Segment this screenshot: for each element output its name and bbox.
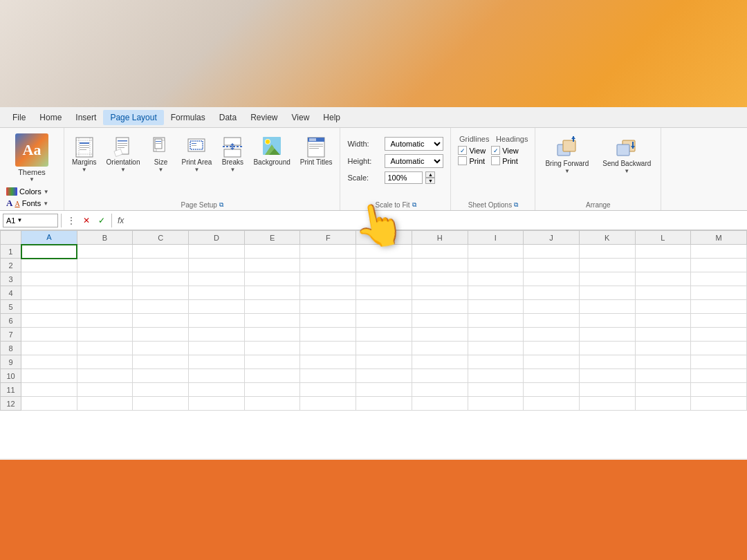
- cell-G7[interactable]: [356, 328, 412, 342]
- menu-formulas[interactable]: Formulas: [164, 110, 212, 125]
- cell-A7[interactable]: [21, 328, 77, 342]
- cell-H5[interactable]: [412, 300, 468, 314]
- row-header-4[interactable]: 4: [1, 286, 21, 300]
- cell-M6[interactable]: [691, 314, 747, 328]
- gridlines-print-checkbox[interactable]: Print: [458, 156, 486, 165]
- colors-button[interactable]: Colors ▼: [4, 187, 59, 196]
- row-header-11[interactable]: 11: [1, 383, 21, 397]
- cell-L7[interactable]: [635, 328, 691, 342]
- cell-C6[interactable]: [133, 314, 189, 328]
- cell-L6[interactable]: [635, 314, 691, 328]
- cell-A12[interactable]: [21, 397, 77, 411]
- cell-I6[interactable]: [468, 314, 524, 328]
- cell-H8[interactable]: [412, 342, 468, 355]
- scale-spinner-up[interactable]: ▲: [425, 171, 435, 178]
- cell-M4[interactable]: [691, 286, 747, 300]
- cell-M2[interactable]: [691, 259, 747, 272]
- name-box-dropdown[interactable]: ▼: [17, 217, 22, 223]
- cell-L8[interactable]: [635, 342, 691, 355]
- cell-K1[interactable]: [579, 245, 635, 259]
- cell-J8[interactable]: [524, 342, 580, 355]
- cell-J6[interactable]: [524, 314, 580, 328]
- cell-F3[interactable]: [300, 272, 356, 286]
- col-header-J[interactable]: J: [524, 231, 580, 245]
- col-header-F[interactable]: F: [300, 231, 356, 245]
- margins-button[interactable]: Margins ▼: [68, 133, 100, 176]
- cell-H3[interactable]: [412, 272, 468, 286]
- send-backward-button[interactable]: Send Backward ▼: [597, 133, 656, 177]
- print-titles-button[interactable]: Print Titles: [297, 133, 336, 169]
- cell-F10[interactable]: [300, 369, 356, 383]
- cell-F11[interactable]: [300, 383, 356, 397]
- cell-J11[interactable]: [524, 383, 580, 397]
- cell-E6[interactable]: [244, 314, 300, 328]
- cell-H1[interactable]: [412, 245, 468, 259]
- cell-I1[interactable]: [468, 245, 524, 259]
- cell-E8[interactable]: [244, 342, 300, 355]
- col-header-D[interactable]: D: [189, 231, 245, 245]
- cell-L9[interactable]: [635, 355, 691, 369]
- cell-A2[interactable]: [21, 259, 77, 272]
- cell-L3[interactable]: [635, 272, 691, 286]
- cell-A5[interactable]: [21, 300, 77, 314]
- cell-C1[interactable]: [133, 245, 189, 259]
- cell-E3[interactable]: [244, 272, 300, 286]
- cell-H7[interactable]: [412, 328, 468, 342]
- cell-C3[interactable]: [133, 272, 189, 286]
- cell-J2[interactable]: [524, 259, 580, 272]
- row-header-3[interactable]: 3: [1, 272, 21, 286]
- orientation-button[interactable]: Orientation ▼: [103, 133, 144, 176]
- cell-B4[interactable]: [77, 286, 133, 300]
- background-button[interactable]: Background: [250, 133, 293, 169]
- cell-I4[interactable]: [468, 286, 524, 300]
- cell-J7[interactable]: [524, 328, 580, 342]
- formula-menu-button[interactable]: ⋮: [64, 214, 78, 227]
- cell-K2[interactable]: [579, 259, 635, 272]
- cell-D5[interactable]: [189, 300, 245, 314]
- cell-D6[interactable]: [189, 314, 245, 328]
- cell-K11[interactable]: [579, 383, 635, 397]
- row-header-12[interactable]: 12: [1, 397, 21, 411]
- cell-K4[interactable]: [579, 286, 635, 300]
- col-header-I[interactable]: I: [468, 231, 524, 245]
- cell-D3[interactable]: [189, 272, 245, 286]
- cell-F4[interactable]: [300, 286, 356, 300]
- col-header-C[interactable]: C: [133, 231, 189, 245]
- cell-I12[interactable]: [468, 397, 524, 411]
- cell-I3[interactable]: [468, 272, 524, 286]
- cell-C8[interactable]: [133, 342, 189, 355]
- cell-M9[interactable]: [691, 355, 747, 369]
- cell-M12[interactable]: [691, 397, 747, 411]
- menu-review[interactable]: Review: [243, 110, 284, 125]
- cell-D2[interactable]: [189, 259, 245, 272]
- row-header-1[interactable]: 1: [1, 245, 21, 259]
- cell-A8[interactable]: [21, 342, 77, 355]
- cell-M11[interactable]: [691, 383, 747, 397]
- cell-D11[interactable]: [189, 383, 245, 397]
- cell-G6[interactable]: [356, 314, 412, 328]
- scale-spinner-down[interactable]: ▼: [425, 178, 435, 184]
- cell-L10[interactable]: [635, 369, 691, 383]
- menu-page-layout[interactable]: Page Layout: [103, 110, 163, 125]
- cell-C9[interactable]: [133, 355, 189, 369]
- cell-E2[interactable]: [244, 259, 300, 272]
- cell-E12[interactable]: [244, 397, 300, 411]
- cell-I10[interactable]: [468, 369, 524, 383]
- cell-G10[interactable]: [356, 369, 412, 383]
- cell-D12[interactable]: [189, 397, 245, 411]
- cell-C10[interactable]: [133, 369, 189, 383]
- scale-spinner[interactable]: ▲ ▼: [425, 171, 435, 184]
- cell-C5[interactable]: [133, 300, 189, 314]
- cell-I8[interactable]: [468, 342, 524, 355]
- formula-cancel-button[interactable]: ✕: [80, 214, 93, 227]
- cell-H10[interactable]: [412, 369, 468, 383]
- cell-E4[interactable]: [244, 286, 300, 300]
- cell-K10[interactable]: [579, 369, 635, 383]
- menu-data[interactable]: Data: [212, 110, 243, 125]
- cell-E5[interactable]: [244, 300, 300, 314]
- cell-B3[interactable]: [77, 272, 133, 286]
- name-box[interactable]: A1 ▼: [3, 214, 58, 227]
- cell-B12[interactable]: [77, 397, 133, 411]
- cell-J9[interactable]: [524, 355, 580, 369]
- cell-A6[interactable]: [21, 314, 77, 328]
